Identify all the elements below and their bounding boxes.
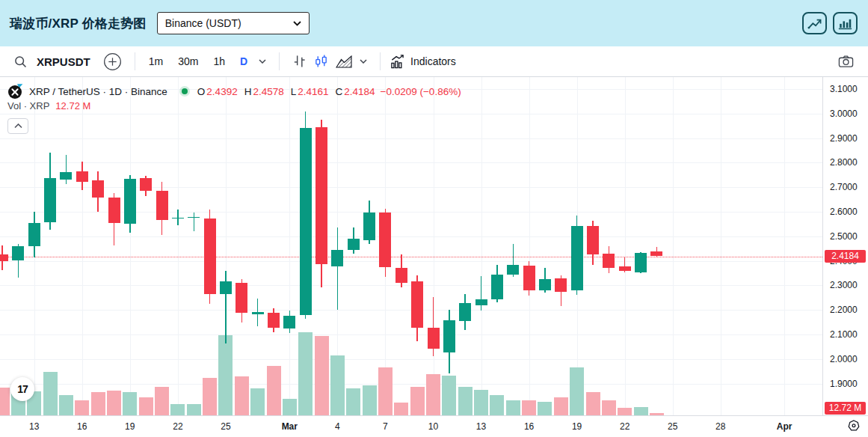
- volume-bar: [554, 397, 568, 415]
- candle: [92, 180, 104, 198]
- volume-bar: [522, 400, 536, 415]
- timeframe-30m[interactable]: 30m: [173, 52, 203, 70]
- timeframe-menu-button[interactable]: [255, 57, 270, 66]
- volume-label[interactable]: Vol · XRP: [7, 100, 49, 111]
- candle-wick: [337, 227, 339, 310]
- timeframe-1m[interactable]: 1m: [144, 52, 167, 70]
- time-axis-label: 19: [564, 421, 590, 432]
- price-axis-label: 2.3000: [830, 280, 858, 290]
- column-chart-button[interactable]: [833, 12, 858, 34]
- volume-bar: [267, 366, 281, 415]
- candle-style-icon: [314, 54, 328, 69]
- ohlc-l: L2.4161: [291, 86, 329, 97]
- line-chart-icon: [807, 16, 822, 31]
- grid-line-vertical: [784, 77, 785, 415]
- candle: [443, 320, 455, 352]
- candle-wick: [194, 213, 195, 231]
- candle: [252, 312, 264, 314]
- candle: [555, 278, 567, 292]
- time-axis-label: 13: [22, 421, 47, 432]
- exchange-select[interactable]: Binance (USDT): [157, 12, 310, 34]
- compare-add-button[interactable]: [99, 50, 126, 73]
- chart-toolbar: XRPUSDT 1m30m1hD Indicators: [0, 46, 868, 77]
- axis-settings-button[interactable]: [847, 419, 861, 436]
- candle-style-button[interactable]: [310, 52, 332, 71]
- grid-line-horizontal: [0, 359, 822, 360]
- bar-style-button[interactable]: [289, 52, 310, 71]
- grid-line-vertical: [625, 77, 626, 415]
- time-axis-label: 25: [660, 421, 686, 432]
- price-axis-label: 2.7000: [830, 182, 858, 192]
- grid-line-horizontal: [0, 138, 822, 139]
- volume-bar: [250, 388, 265, 415]
- plus-circle-icon: [103, 52, 122, 71]
- indicators-icon: [390, 55, 405, 69]
- volume-bar: [474, 390, 488, 415]
- toolbar-separator: [380, 52, 381, 70]
- chart-legend: XRP / TetherUS · 1D · Binance O2.4392H2.…: [7, 83, 461, 100]
- last-price-badge: 2.4184: [825, 250, 866, 263]
- grid-line-vertical: [721, 77, 721, 415]
- volume-bar: [426, 374, 440, 415]
- collapse-legend-button[interactable]: [7, 118, 28, 134]
- grid-line-vertical: [673, 77, 674, 415]
- grid-line-horizontal: [0, 114, 822, 114]
- tradingview-logo-glyph: 17: [17, 383, 28, 395]
- bar-style-icon: [292, 54, 307, 69]
- time-axis-label: Apr: [772, 421, 797, 432]
- time-axis-label: 22: [612, 421, 638, 432]
- price-axis-label: 2.6000: [830, 207, 858, 217]
- volume-bar: [75, 400, 89, 415]
- candle: [523, 266, 535, 290]
- search-icon[interactable]: [10, 53, 31, 70]
- timeframe-1h[interactable]: 1h: [209, 52, 230, 70]
- volume-bar: [346, 388, 360, 415]
- candle: [0, 254, 8, 261]
- grid-line-vertical: [289, 77, 290, 415]
- candle: [491, 275, 503, 299]
- candle: [268, 313, 280, 328]
- screenshot-button[interactable]: [834, 52, 858, 70]
- candle: [571, 226, 583, 290]
- indicators-button[interactable]: Indicators: [390, 55, 456, 69]
- tradingview-watermark[interactable]: 17: [10, 377, 34, 401]
- volume-bar: [410, 387, 425, 415]
- price-axis-label: 2.2000: [830, 305, 858, 315]
- timeframe-group: 1m30m1hD: [144, 52, 252, 70]
- style-menu-button[interactable]: [356, 57, 371, 66]
- time-axis[interactable]: 1316192225Mar4710131619222528Apr: [0, 415, 868, 437]
- line-chart-button[interactable]: [802, 12, 827, 34]
- legend-title[interactable]: XRP / TetherUS · 1D · Binance: [29, 86, 167, 97]
- candle: [44, 178, 56, 222]
- area-style-button[interactable]: [332, 53, 356, 70]
- price-axis[interactable]: 2.4184 12.72 M 3.10003.00002.90002.80002…: [822, 77, 868, 415]
- exchange-select-value: Binance (USDT): [165, 17, 241, 29]
- page-header: 瑞波币/XRP 价格走势图 Binance (USDT): [0, 0, 868, 46]
- candle: [140, 178, 152, 191]
- chart-area[interactable]: XRP / TetherUS · 1D · Binance O2.4392H2.…: [0, 77, 822, 415]
- time-axis-label: 16: [70, 421, 95, 432]
- volume-bar: [586, 392, 600, 415]
- volume-bar: [43, 372, 58, 415]
- timeframe-D[interactable]: D: [236, 52, 252, 70]
- header-chart-type-buttons: [802, 12, 858, 34]
- grid-line-vertical: [82, 77, 83, 415]
- gear-icon: [847, 419, 861, 433]
- volume-legend: Vol · XRP 12.72 M: [7, 100, 90, 111]
- candle: [156, 191, 168, 220]
- candle: [635, 253, 647, 272]
- time-axis-label: 7: [372, 421, 398, 432]
- candle: [172, 218, 184, 218]
- candle: [603, 254, 615, 268]
- volume-bar: [602, 400, 616, 415]
- last-volume-badge: 12.72 M: [825, 402, 866, 415]
- chevron-down-icon: [360, 59, 367, 64]
- symbol-label[interactable]: XRPUSDT: [37, 55, 90, 68]
- time-axis-label: 4: [324, 421, 350, 432]
- time-axis-label: 10: [421, 421, 446, 432]
- market-status-dot: [182, 88, 188, 94]
- column-chart-icon: [838, 16, 852, 30]
- volume-bar: [107, 391, 121, 415]
- ohlc-c: C2.4184: [336, 86, 375, 97]
- candle: [587, 226, 599, 254]
